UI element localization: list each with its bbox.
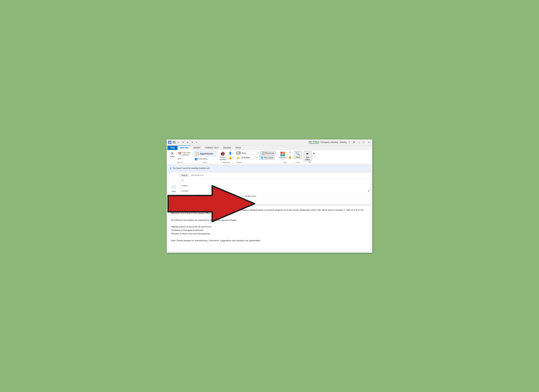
all-day-label: All day event xyxy=(245,195,256,197)
tab-insert[interactable]: INSERT xyxy=(191,146,203,150)
maximize-btn[interactable]: ☐ xyxy=(361,140,366,144)
body-paragraph1: This is Juan D. Smith Local Secretary of… xyxy=(171,208,368,215)
from-dropdown-btn[interactable]: From ▾ xyxy=(180,174,189,177)
from-email-input[interactable] xyxy=(190,174,371,177)
undo-btn[interactable]: ↩ xyxy=(177,140,180,144)
from-label: From xyxy=(182,174,186,176)
ribbon-group-tags: Categorize ▾ ! 🔒 Tags xyxy=(277,151,293,164)
categorize-btn[interactable]: Categorize ▾ xyxy=(278,151,288,161)
save-quick-btn[interactable]: 💾 xyxy=(172,140,176,144)
more-quick-btn[interactable]: ▾ xyxy=(195,140,199,144)
categorize-arrow: ▾ xyxy=(282,159,283,160)
tab-format-text[interactable]: FORMAT TEXT xyxy=(203,146,221,150)
scheduling-icon: 👥 xyxy=(195,157,198,160)
end-date-input[interactable] xyxy=(196,200,221,203)
start-date-input[interactable] xyxy=(196,194,221,198)
location-arrow[interactable]: ▾ xyxy=(367,189,371,193)
title-bar-center: INK TOOLS Emergency Meeting - Meeting xyxy=(309,141,347,144)
attendees-label: Attendees xyxy=(219,161,234,164)
minutes-arrow: ▾ xyxy=(257,157,257,158)
options-footer: Options ⌄ xyxy=(236,161,276,164)
add-attendees-btn[interactable]: 👤 ▾ xyxy=(228,151,234,155)
lock-icon: 🔒 xyxy=(288,155,292,159)
busy-dropdown[interactable]: Busy ▾ xyxy=(241,152,259,155)
start-time-row: Start time 8:00 AM ▾ All day event xyxy=(179,194,371,199)
location-row: Location ▾ xyxy=(179,189,371,194)
form-container: 📨 Send From ▾ To xyxy=(168,173,371,204)
copy-email-group: 📅 Copy to MyCalendar ✉ ▾ xyxy=(177,151,191,160)
ribbon-group-options: ▊▊ Busy ▾ 🔄 Recurrence 🔔 xyxy=(236,151,277,164)
start-time-select[interactable]: 8:00 AM ▾ xyxy=(221,195,239,198)
form-fields: From ▾ To Subject xyxy=(179,173,371,204)
body-bullet2: *Schedule of Evangelical Missions. xyxy=(171,229,368,232)
add-attendees-icon: 👤 xyxy=(229,152,232,155)
to-label: To xyxy=(179,179,196,182)
help-btn[interactable]: ? xyxy=(347,140,351,144)
zoom-btn[interactable]: 🔍 Zoom xyxy=(294,151,302,159)
tab-file[interactable]: FILE xyxy=(167,146,178,150)
send-label: Send xyxy=(172,190,176,192)
ribbon-group-ink: ✒ StartInking ▲ Ink xyxy=(303,151,317,164)
message-body[interactable]: This is Juan D. Smith Local Secretary of… xyxy=(168,206,371,251)
busy-row: ▊▊ Busy ▾ 🔄 Recurrence xyxy=(236,151,276,155)
end-time-label: End time xyxy=(179,200,196,203)
from-row: From ▾ xyxy=(179,173,371,178)
actions-items: ✕ Delete 📅 Copy to MyCalendar ✉ ▾ xyxy=(168,151,191,161)
tab-pens[interactable]: PENS xyxy=(233,146,243,150)
subject-row: Subject xyxy=(179,183,371,189)
scheduling-btn[interactable]: 👥 Scheduling xyxy=(193,157,208,161)
options-expand-btn[interactable]: ⌄ xyxy=(274,162,275,163)
recurrence-btn[interactable]: 🔄 Recurrence xyxy=(260,151,276,155)
inking-icon: ✒ xyxy=(306,152,309,156)
info-bar: ℹ You haven't sent this meeting invitati… xyxy=(168,165,371,171)
responses-btn[interactable]: 🔔 ▾ xyxy=(228,156,234,160)
busy-icon: ▊▊ xyxy=(237,152,240,154)
zoom-items: 🔍 Zoom xyxy=(294,151,302,161)
cancel-icon: 📵 xyxy=(221,152,225,156)
content-area: ℹ You haven't sent this meeting invitati… xyxy=(167,164,372,253)
form-area: 📨 Send From ▾ To xyxy=(168,173,371,204)
end-time-arrow: ▾ xyxy=(226,200,227,203)
end-time-select[interactable]: AM ▾ xyxy=(221,200,239,203)
ribbon-content: ✕ Delete 📅 Copy to MyCalendar ✉ ▾ xyxy=(167,150,372,164)
timezone-btn[interactable]: 🌐 Time Zones xyxy=(259,156,275,160)
down-btn[interactable]: ▼ xyxy=(190,140,194,144)
appointment-btn[interactable]: 📋 Appointment xyxy=(193,151,217,156)
attendees-items: 📵 CancelInvitation 👤 ▾ 🔔 ▾ xyxy=(219,151,234,161)
cancel-invitation-btn[interactable]: 📵 CancelInvitation xyxy=(219,151,227,161)
busy-indicator: ▊▊ xyxy=(236,152,241,154)
minutes-dropdown[interactable]: 15 minutes ▾ xyxy=(240,156,258,159)
redo-btn[interactable]: ↪ xyxy=(181,140,185,144)
email-btn[interactable]: ✉ ▾ xyxy=(177,157,191,160)
copy-to-calendar-btn[interactable]: 📅 Copy to MyCalendar xyxy=(177,151,191,157)
up-btn[interactable]: ▲ xyxy=(186,140,190,144)
title-bar-right: ? 🗗 — ☐ ✕ xyxy=(347,140,371,144)
location-input[interactable] xyxy=(196,189,367,193)
tags-items: Categorize ▾ ! 🔒 xyxy=(278,151,292,161)
close-btn[interactable]: ✕ xyxy=(366,140,371,144)
window-title-text: Emergency Meeting - Meeting xyxy=(321,141,347,143)
options-items: ▊▊ Busy ▾ 🔄 Recurrence 🔔 xyxy=(236,151,276,161)
calendar-icon: 📅 xyxy=(178,152,182,156)
ribbon-tabs: FILE MEETING INSERT FORMAT TEXT REVIEW P… xyxy=(167,145,372,150)
subject-input[interactable] xyxy=(196,184,371,188)
time-zones-row: 🔔 15 minutes ▾ 🌐 Time Zones xyxy=(236,156,275,160)
to-row: To xyxy=(179,178,371,183)
send-col[interactable]: 📨 Send xyxy=(168,173,179,204)
start-time-arrow: ▾ xyxy=(230,195,231,197)
start-inking-btn[interactable]: ✒ StartInking xyxy=(304,151,312,161)
location-dropdown: ▾ xyxy=(196,189,371,193)
tab-meeting[interactable]: MEETING xyxy=(178,145,191,150)
tab-review[interactable]: REVIEW xyxy=(221,146,233,150)
high-importance-btn[interactable]: ! xyxy=(290,151,291,155)
all-day-checkbox[interactable] xyxy=(242,195,244,197)
restore-window-btn[interactable]: 🗗 xyxy=(352,140,356,144)
info-message: You haven't sent this meeting invitation… xyxy=(173,167,210,169)
to-input[interactable] xyxy=(196,179,371,182)
ink-items: ✒ StartInking ▲ xyxy=(304,151,316,161)
collapse-ribbon-btn[interactable]: ▲ xyxy=(312,151,316,155)
busy-arrow: ▾ xyxy=(258,152,259,154)
delete-btn[interactable]: ✕ Delete xyxy=(168,151,176,158)
ribbon-group-actions: ✕ Delete 📅 Copy to MyCalendar ✉ ▾ xyxy=(167,151,192,164)
minimize-btn[interactable]: — xyxy=(356,140,361,144)
